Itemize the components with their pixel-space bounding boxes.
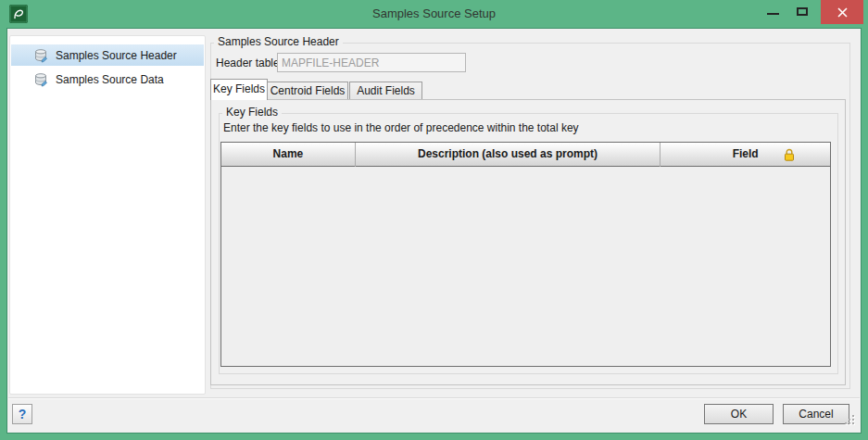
sidebar-item-samples-source-data[interactable]: Samples Source Data: [11, 69, 204, 90]
tab-label: Key Fields: [213, 82, 265, 95]
tab-label: Audit Fields: [357, 84, 415, 97]
window-title: Samples Source Setup: [0, 0, 868, 28]
close-icon: [837, 7, 848, 18]
maximize-icon[interactable]: [797, 7, 808, 16]
sidebar-item-label: Samples Source Header: [56, 49, 177, 62]
titlebar[interactable]: Samples Source Setup: [0, 0, 868, 28]
sidebar-item-label: Samples Source Data: [56, 73, 164, 86]
close-button[interactable]: [821, 0, 863, 24]
database-edit-icon: [33, 72, 48, 87]
group-title: Samples Source Header: [214, 35, 343, 48]
help-button[interactable]: ?: [12, 404, 32, 424]
footer-separator: [8, 397, 860, 399]
tab-centroid-fields[interactable]: Centroid Fields: [267, 82, 348, 99]
sidebar-item-samples-source-header[interactable]: Samples Source Header: [11, 44, 204, 66]
column-header-field-label: Field: [733, 147, 759, 160]
tab-key-fields[interactable]: Key Fields: [210, 79, 268, 100]
column-header-description: Description (also used as prompt): [356, 143, 661, 167]
sidebar: Samples Source Header Samples Source Dat…: [9, 35, 206, 395]
tab-audit-fields[interactable]: Audit Fields: [349, 82, 422, 99]
tab-label: Centroid Fields: [270, 84, 346, 97]
ok-button[interactable]: OK: [704, 404, 774, 424]
dialog-window: Samples Source Setup Samples Source Head…: [0, 0, 868, 440]
resize-grip-icon[interactable]: [845, 415, 856, 426]
key-fields-table: Name Description (also used as prompt) F…: [220, 142, 831, 367]
cancel-button[interactable]: Cancel: [783, 404, 849, 424]
key-fields-group-title: Key Fields: [222, 106, 282, 119]
table-body-empty[interactable]: [221, 167, 830, 366]
column-header-field: Field: [660, 143, 830, 167]
table-header-row: Name Description (also used as prompt) F…: [221, 143, 830, 167]
column-header-name: Name: [221, 143, 356, 167]
header-table-label: Header table: [216, 57, 280, 69]
database-edit-icon: [33, 48, 48, 63]
key-fields-instruction: Enter the key fields to use in the order…: [223, 121, 579, 134]
minimize-icon[interactable]: [767, 13, 779, 15]
header-table-input[interactable]: [277, 53, 466, 72]
